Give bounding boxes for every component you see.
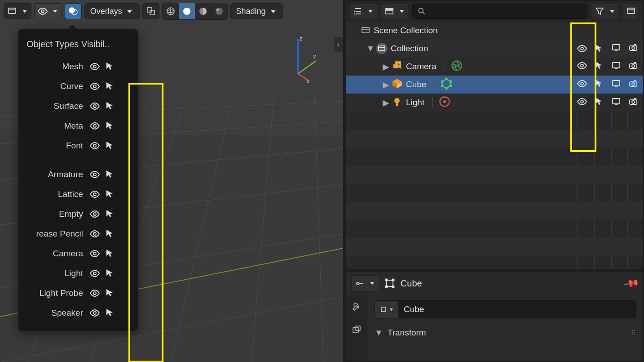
- aperture-icon: [450, 59, 463, 74]
- toggle-viewport[interactable]: [611, 60, 622, 73]
- tab-render[interactable]: [349, 323, 364, 337]
- pin-icon[interactable]: 📌: [623, 275, 640, 292]
- svg-rect-65: [615, 50, 617, 51]
- visibility-row: Lattice: [26, 184, 132, 204]
- visibility-type-label: Meta: [26, 121, 85, 131]
- toggle-visibility[interactable]: [577, 43, 587, 54]
- toggle-selectable[interactable]: [105, 268, 115, 279]
- visibility-row: Curve: [26, 76, 132, 96]
- toggle-viewport[interactable]: [611, 78, 622, 91]
- shading-wireframe[interactable]: [163, 3, 179, 19]
- shading-rendered[interactable]: [211, 3, 227, 19]
- disclosure-item[interactable]: ▶: [381, 98, 391, 108]
- svg-rect-106: [386, 286, 388, 288]
- outliner-search[interactable]: [412, 4, 587, 19]
- toggle-selectable[interactable]: [105, 189, 115, 200]
- svg-point-42: [93, 232, 96, 235]
- toggle-visibility[interactable]: [89, 268, 100, 279]
- outliner-item-label: Cube: [403, 80, 426, 89]
- svg-point-35: [93, 85, 96, 88]
- toggle-selectable[interactable]: [594, 96, 604, 109]
- outliner-collection[interactable]: ▼ Collection: [346, 40, 643, 58]
- object-name-field[interactable]: ▼ Cube: [375, 300, 636, 318]
- visibility-type-label: Surface: [26, 101, 85, 111]
- toggle-visibility[interactable]: [89, 248, 100, 259]
- properties-header: ▼ Cube 📌: [346, 272, 643, 295]
- svg-point-71: [395, 61, 398, 64]
- shading-material[interactable]: [195, 3, 211, 19]
- visibility-row: Meta: [26, 116, 132, 136]
- toggle-selectable[interactable]: [105, 81, 115, 92]
- toggle-render[interactable]: [628, 60, 639, 73]
- sidebar-collapse-tab[interactable]: ‹: [333, 37, 343, 52]
- toggle-visibility[interactable]: [89, 81, 100, 92]
- disclosure-collection[interactable]: ▼: [366, 44, 375, 54]
- disclosure-item[interactable]: ▶: [381, 80, 391, 90]
- toggle-selectable[interactable]: [105, 288, 115, 299]
- xray-toggle[interactable]: [142, 3, 159, 19]
- outliner-display-mode[interactable]: ▼: [381, 3, 409, 19]
- toggle-selectable[interactable]: [105, 248, 115, 259]
- toggle-visibility[interactable]: [89, 189, 100, 200]
- outliner-item[interactable]: ▶Light: [346, 94, 643, 112]
- toggle-selectable[interactable]: [105, 121, 115, 131]
- outliner-tree[interactable]: Scene Collection ▼ Collection ▶Camera▶C: [346, 22, 643, 269]
- svg-point-27: [216, 9, 219, 11]
- toggle-viewport[interactable]: [611, 42, 622, 55]
- axis-gizmo[interactable]: z y x: [282, 35, 318, 85]
- toggle-visibility[interactable]: [89, 121, 100, 131]
- svg-rect-100: [634, 98, 636, 100]
- toggle-selectable[interactable]: [105, 101, 115, 112]
- shading-solid[interactable]: [179, 3, 195, 19]
- toggle-visibility[interactable]: [577, 78, 587, 91]
- light-icon: [391, 95, 403, 110]
- outliner-editor-dropdown[interactable]: ▼: [349, 3, 377, 19]
- overlays-dropdown[interactable]: Overlays▼: [84, 3, 140, 19]
- editor-type-dropdown[interactable]: ▼: [4, 3, 31, 19]
- toggle-visibility[interactable]: [89, 140, 100, 151]
- svg-text:x: x: [306, 78, 310, 85]
- overlays-toggle[interactable]: [65, 3, 82, 19]
- outliner-new-collection[interactable]: [622, 3, 640, 19]
- visibility-type-label: Light: [26, 268, 85, 278]
- toggle-visibility[interactable]: [577, 96, 587, 109]
- toggle-visibility[interactable]: [89, 209, 100, 219]
- outliner-filter[interactable]: ▼: [591, 3, 619, 19]
- tab-tool[interactable]: [349, 299, 364, 314]
- toggle-visibility[interactable]: [89, 101, 100, 112]
- object-types-visibility-popover: Object Types Visibil.. MeshCurveSurfaceM…: [18, 29, 138, 331]
- properties-editor-dropdown[interactable]: ▼: [351, 275, 379, 291]
- drag-grip-icon[interactable]: ⠿: [631, 329, 636, 336]
- toggle-selectable[interactable]: [594, 60, 604, 73]
- toggle-selectable[interactable]: [105, 61, 115, 72]
- outliner-item[interactable]: ▶Camera: [346, 58, 643, 76]
- visibility-dropdown[interactable]: ▼: [34, 3, 62, 19]
- toggle-visibility[interactable]: [89, 169, 100, 180]
- toggle-selectable[interactable]: [105, 140, 115, 151]
- svg-rect-109: [356, 326, 360, 331]
- toggle-render[interactable]: [628, 78, 639, 91]
- toggle-visibility[interactable]: [89, 308, 100, 318]
- toggle-render[interactable]: [628, 96, 639, 109]
- toggle-visibility[interactable]: [577, 60, 587, 73]
- toggle-selectable[interactable]: [105, 228, 115, 239]
- toggle-viewport[interactable]: [611, 96, 622, 109]
- shading-dropdown[interactable]: Shading▼: [230, 3, 283, 19]
- outliner-scene-collection[interactable]: Scene Collection: [346, 22, 643, 40]
- toggle-selectable[interactable]: [105, 308, 115, 318]
- toggle-selectable[interactable]: [105, 169, 115, 180]
- toggle-visibility[interactable]: [89, 228, 100, 239]
- transform-section-header[interactable]: ▼ Transform ⠿: [375, 325, 636, 341]
- svg-point-24: [183, 8, 190, 15]
- viewport-3d[interactable]: ▼ ▼ Overlays▼: [0, 0, 343, 362]
- disclosure-item[interactable]: ▶: [381, 62, 391, 72]
- toggle-visibility[interactable]: [89, 61, 100, 72]
- toggle-selectable[interactable]: [105, 209, 115, 219]
- visibility-row: Camera: [26, 244, 132, 264]
- toggle-visibility[interactable]: [89, 288, 100, 299]
- toggle-selectable[interactable]: [594, 43, 604, 54]
- toggle-selectable[interactable]: [594, 78, 604, 91]
- svg-point-99: [632, 101, 635, 103]
- toggle-render[interactable]: [628, 42, 639, 55]
- outliner-item[interactable]: ▶Cube: [346, 76, 643, 94]
